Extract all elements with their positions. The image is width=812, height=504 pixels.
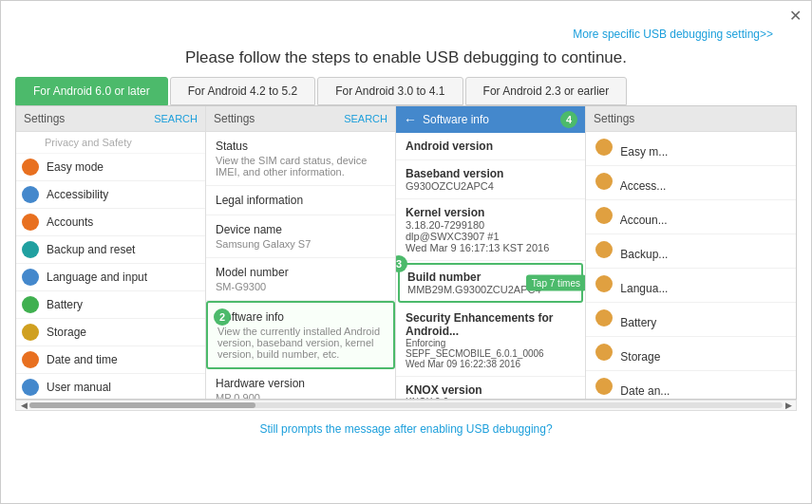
panel4-title: Settings [594,112,634,125]
p4-access-icon [595,173,613,190]
p4-backup[interactable]: Backup... [586,234,796,269]
datetime-icon [22,351,39,368]
hardware-version-item[interactable]: Hardware version MP 0.900 [206,369,395,399]
language-icon [22,269,39,286]
scroll-right-button[interactable]: ▶ [783,400,794,411]
security-title: Security Enhancements for Android... [406,311,576,338]
panel-settings-1: Settings SEARCH Privacy and Safety Easy … [16,106,206,399]
status-desc: View the SIM card status, device IMEI, a… [216,155,386,177]
accessibility-icon [22,186,39,203]
tab-android-23[interactable]: For Android 2.3 or earlier [465,77,628,105]
knox-version-item[interactable]: KNOX version KNOX 2.6 Standard SDK 5.6.0… [396,377,585,399]
still-prompts-link[interactable]: Still prompts the message after enabling… [1,411,811,447]
tab-android-30[interactable]: For Android 3.0 to 4.1 [317,77,463,105]
badge-3: 3 [396,255,407,272]
scroll-thumb[interactable] [29,402,255,408]
badge-2: 2 [214,308,231,326]
status-item[interactable]: Status View the SIM card status, device … [206,132,395,186]
p4-easy-mode[interactable]: Easy m... [586,132,796,166]
panel1-header: Settings SEARCH [16,106,205,132]
p4-account-icon [595,207,613,224]
android-version-title: Android version [406,140,576,153]
panel2-search[interactable]: SEARCH [344,113,387,124]
software-info-title: Software info [217,310,384,324]
panel2-title: Settings [214,112,255,125]
device-name-title: Device name [216,223,386,236]
back-arrow-icon[interactable]: ← [404,112,417,127]
model-number-item[interactable]: Model number SM-G9300 [206,258,395,301]
easy-mode-label: Easy mode [47,160,104,174]
p4-date-label: Date an... [620,384,670,398]
horizontal-scrollbar[interactable]: ◀ ▶ [15,400,797,411]
hardware-version-title: Hardware version [216,377,386,390]
language-item[interactable]: Language and input [16,264,205,291]
p4-access-label: Access... [620,179,667,193]
p4-storage-label: Storage [620,350,660,364]
model-number-title: Model number [216,266,386,279]
accounts-item[interactable]: Accounts [16,209,205,236]
accessibility-item[interactable]: Accessibility [16,181,205,209]
p4-lang[interactable]: Langua... [586,269,796,303]
panel1-title: Settings [24,112,65,125]
datetime-label: Date and time [47,353,118,366]
usermanual-item[interactable]: User manual [16,374,205,399]
p4-backup-icon [595,241,613,258]
easy-mode-item[interactable]: Easy mode [16,154,205,181]
knox-version-val: KNOX 2.6 Standard SDK 5.6.0 Premium SDK … [406,397,576,399]
device-name-item[interactable]: Device name Samsung Galaxy S7 [206,215,395,258]
accessibility-label: Accessibility [47,188,108,201]
software-info-item[interactable]: 2 Software info View the currently insta… [206,301,395,369]
p4-date[interactable]: Date an... [586,371,796,399]
storage-item[interactable]: Storage [16,319,205,346]
security-item[interactable]: Security Enhancements for Android... Enf… [396,305,585,377]
accounts-label: Accounts [47,215,93,229]
backup-item[interactable]: Backup and reset [16,236,205,264]
legal-item[interactable]: Legal information [206,186,395,215]
legal-title: Legal information [216,194,386,207]
kernel-version-item[interactable]: Kernel version 3.18.20-7299180 dlp@SWXC3… [396,199,585,261]
baseband-version-val: G930OZCU2APC4 [406,180,576,192]
tab-android-6[interactable]: For Android 6.0 or later [15,77,168,105]
p4-lang-icon [595,275,613,292]
p4-easy-label: Easy m... [620,145,668,159]
p4-battery[interactable]: Battery [586,303,796,337]
hardware-version-desc: MP 0.900 [216,392,386,399]
baseband-version-item[interactable]: Baseband version G930OZCU2APC4 [396,160,585,199]
usb-debug-link[interactable]: More specific USB debugging setting>> [554,26,792,47]
panel2-header: Settings SEARCH [206,106,395,132]
p4-storage-icon [595,344,613,361]
panel3-title: Software info [423,113,489,126]
backup-icon [22,241,39,258]
model-number-desc: SM-G9300 [216,281,386,292]
tap-7-times-badge: Tap 7 times [526,275,586,291]
device-name-desc: Samsung Galaxy S7 [216,238,386,250]
p4-access[interactable]: Access... [586,166,796,200]
android-version-item[interactable]: Android version [396,133,585,160]
p4-battery-icon [595,309,613,327]
battery-icon [22,296,39,313]
badge-4: 4 [560,111,577,128]
panel-settings-2: Settings SEARCH Status View the SIM card… [206,106,396,399]
scroll-track [29,402,783,408]
battery-item[interactable]: Battery [16,291,205,319]
software-info-desc: View the currently installed Android ver… [217,326,384,360]
panel1-search[interactable]: SEARCH [154,113,198,124]
status-title: Status [216,140,386,153]
p4-battery-label: Battery [620,316,656,329]
usermanual-label: User manual [47,381,111,394]
panel-software-info: ← Software info 4 Android version Baseba… [396,106,586,399]
tab-android-42[interactable]: For Android 4.2 to 5.2 [170,77,315,105]
close-button[interactable]: ✕ [789,7,802,25]
panel3-header: ← Software info 4 [396,106,585,133]
p4-storage[interactable]: Storage [586,337,796,371]
storage-label: Storage [47,326,86,339]
p4-easy-icon [595,139,613,156]
baseband-version-title: Baseband version [406,167,576,180]
datetime-item[interactable]: Date and time [16,346,205,374]
panel4-header: Settings [586,106,796,132]
scroll-left-button[interactable]: ◀ [18,400,29,411]
backup-label: Backup and reset [47,243,135,256]
content-area: Settings SEARCH Privacy and Safety Easy … [15,105,797,400]
build-number-item[interactable]: 3 Build number MMB29M.G9300ZCU2APC4 Tap … [398,263,583,303]
p4-account[interactable]: Accoun... [586,200,796,234]
